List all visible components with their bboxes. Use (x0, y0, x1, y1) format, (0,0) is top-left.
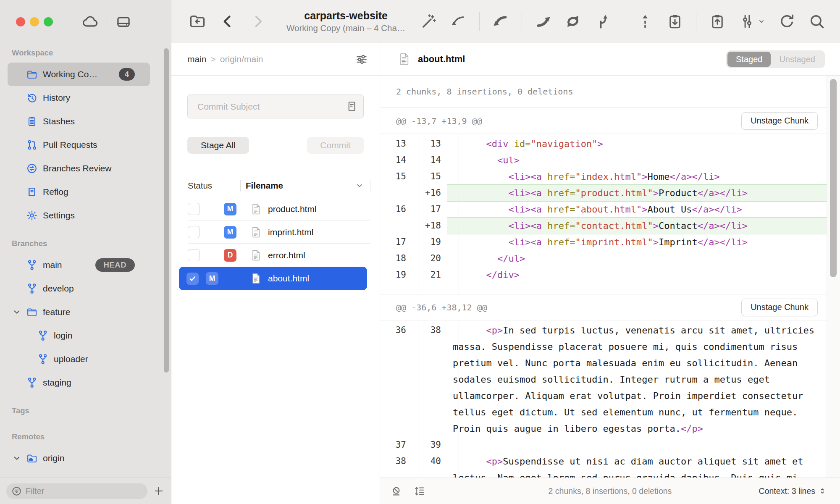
commit-subject-input[interactable] (187, 94, 364, 118)
new-line-number: 15 (412, 168, 447, 185)
sidebar-item-main[interactable]: mainHEAD (8, 253, 150, 277)
new-line-number: 13 (412, 136, 447, 152)
unstaged-tab[interactable]: Unstaged (771, 52, 824, 67)
branch-merge-button[interactable] (594, 13, 612, 30)
commit-button[interactable]: Commit (307, 137, 364, 154)
sidebar-scrollbar[interactable] (164, 48, 169, 373)
ignore-whitespace-icon[interactable] (390, 485, 402, 497)
chevron-left-icon (218, 12, 237, 31)
sidebar-item-staging[interactable]: staging (8, 371, 150, 394)
section-label: Remotes (0, 432, 171, 446)
new-line-number: 20 (412, 250, 447, 267)
stage-checkbox[interactable] (188, 203, 200, 215)
chunk-header: @@ -13,7 +13,9 @@Unstage Chunk (380, 108, 840, 134)
breadcrumb-branch[interactable]: main (187, 54, 207, 64)
chunk-range: @@ -13,7 +13,9 @@ (396, 116, 482, 126)
minimize-window-button[interactable] (30, 17, 39, 26)
content: carparts-website Working Copy (main – 4 … (171, 0, 840, 504)
sidebar-sections: WorkspaceWorking Co…4HistoryStashesPull … (0, 43, 171, 478)
unstage-chunk-button[interactable]: Unstage Chunk (741, 112, 818, 130)
sidebar-item-history[interactable]: History (8, 86, 150, 110)
context-lines-control[interactable]: Context: 3 lines (759, 486, 827, 496)
old-line-number: 36 (380, 322, 412, 437)
unstage-chunk-button[interactable]: Unstage Chunk (741, 299, 818, 316)
stage-checkbox[interactable] (188, 249, 200, 261)
folder-cloud-icon (26, 452, 38, 464)
status-badge: M (224, 203, 236, 215)
sync-button[interactable] (564, 13, 582, 30)
staged-tab[interactable]: Staged (727, 52, 771, 67)
status-column-header[interactable]: Status (171, 181, 240, 191)
expander-chevron-icon[interactable] (11, 306, 23, 318)
sidebar-item-pull-requests[interactable]: Pull Requests (8, 133, 150, 157)
refresh-button[interactable] (778, 13, 796, 30)
commit-area: Stage All Commit (171, 76, 380, 154)
filename-column-header[interactable]: Filename (241, 181, 354, 191)
code-line: <li><a href="about.html">About Us</a></l… (447, 201, 827, 218)
dashed-up-button[interactable] (636, 13, 654, 30)
maximize-window-button[interactable] (44, 17, 53, 26)
clip-up-button[interactable] (709, 13, 726, 30)
stage-all-button[interactable]: Stage All (187, 137, 249, 154)
sidebar-item-branches-review[interactable]: Branches Review (8, 157, 150, 180)
open-repo-icon (188, 12, 207, 31)
sidebar-item-uploader[interactable]: uploader (8, 347, 150, 371)
diff-line: 1313 <div id="navigation"> (380, 136, 827, 152)
stage-checkbox[interactable] (188, 226, 200, 238)
magic-wand-button[interactable] (420, 13, 437, 30)
file-row-product-html[interactable]: Mproduct.html (171, 197, 380, 220)
filter-icon (11, 486, 22, 497)
sidebar-item-label: feature (43, 307, 70, 317)
cloud-button[interactable] (81, 13, 99, 31)
pull-icon (492, 13, 509, 30)
drive-button[interactable] (115, 13, 132, 31)
close-window-button[interactable] (16, 17, 25, 26)
pull-button[interactable] (492, 13, 509, 30)
sidebar-item-develop[interactable]: develop (8, 277, 150, 300)
status-badge: D (224, 249, 236, 262)
column-divider[interactable] (370, 180, 370, 192)
sidebar-item-label: login (54, 331, 72, 341)
back-button[interactable] (218, 12, 237, 31)
file-row-about-html[interactable]: Mabout.html (179, 267, 367, 290)
sidebar-item-label: History (43, 93, 70, 103)
sort-chevron-icon[interactable] (354, 180, 365, 191)
stage-checkbox[interactable] (186, 273, 199, 285)
up-down-stepper-icon[interactable] (817, 486, 827, 496)
section-label: Branches (0, 239, 171, 253)
expander-chevron-icon[interactable] (11, 452, 23, 464)
view-options-icon[interactable] (354, 52, 369, 66)
file-row-error-html[interactable]: Derror.html (171, 244, 380, 267)
line-spacing-icon[interactable] (413, 485, 425, 497)
push-button[interactable] (534, 13, 552, 30)
sidebar-item-login[interactable]: login (8, 324, 150, 347)
diff-pane: about.html Staged Unstaged 2 chunks, 8 i… (380, 43, 840, 504)
chunk-range: @@ -36,6 +38,12 @@ (396, 302, 487, 312)
fetch-button[interactable] (449, 13, 467, 30)
sidebar-item-settings[interactable]: Settings (8, 204, 150, 227)
search-button[interactable] (808, 13, 826, 30)
diff-file-header: about.html Staged Unstaged (380, 43, 840, 76)
diff-scrollbar-track[interactable] (827, 76, 840, 478)
breadcrumb-remote[interactable]: origin/main (220, 54, 263, 64)
diff-scrollbar-thumb[interactable] (830, 79, 837, 277)
file-name: imprint.html (268, 227, 314, 237)
sidebar-item-working-co[interactable]: Working Co…4 (8, 63, 150, 86)
section-label: Tags (0, 406, 171, 420)
sliders-v-button[interactable] (738, 13, 766, 30)
old-line-number: 16 (380, 201, 412, 218)
forward-button[interactable] (249, 12, 267, 31)
new-line-number: 19 (412, 234, 447, 250)
sidebar-item-origin[interactable]: origin (8, 446, 150, 470)
commit-message-icon[interactable] (345, 100, 358, 113)
file-row-imprint-html[interactable]: Mimprint.html (171, 220, 380, 244)
clip-down-button[interactable] (666, 13, 684, 30)
old-line-number: 14 (380, 152, 412, 168)
chunk-header: @@ -36,6 +38,12 @@Unstage Chunk (380, 294, 840, 320)
sidebar-item-reflog[interactable]: Reflog (8, 180, 150, 204)
open-repository-button[interactable] (188, 12, 207, 31)
filter-input[interactable] (6, 483, 147, 499)
add-repository-button[interactable] (152, 484, 166, 498)
sidebar-item-feature[interactable]: feature (8, 300, 150, 324)
sidebar-item-stashes[interactable]: Stashes (8, 110, 150, 133)
